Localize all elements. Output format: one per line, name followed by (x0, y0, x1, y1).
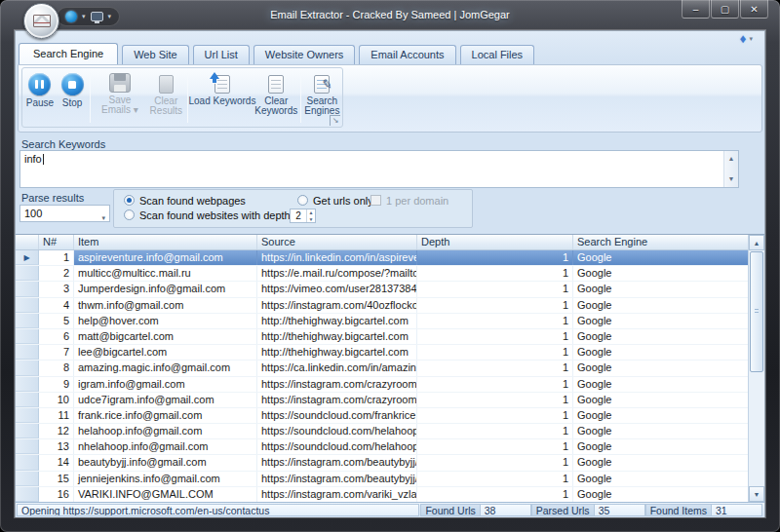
table-row[interactable]: 11 frank.rice.info@gmail.com https://sou… (16, 408, 748, 424)
save-emails-button[interactable]: Save Emails ▾ (93, 70, 146, 126)
close-button[interactable]: ✕ (740, 0, 768, 19)
table-row[interactable]: 14 beautybyjj.info@gmail.com https://ins… (16, 455, 748, 471)
titlebar[interactable]: ▾ ▾ Email Extractor - Cracked By Sameed … (0, 0, 780, 30)
row-indicator (16, 329, 39, 344)
parse-results-select[interactable]: 100 ▾ (20, 205, 110, 222)
keywords-value: info (24, 153, 42, 165)
row-indicator (16, 377, 39, 392)
cell-depth: 1 (417, 472, 573, 486)
scroll-down-icon[interactable]: ▼ (749, 486, 764, 502)
email-app-icon (33, 15, 51, 27)
table-row[interactable]: 13 nhelahoop.info@gmail.com https://soun… (16, 439, 748, 455)
scrollbar-thumb[interactable] (750, 251, 763, 372)
tab-web-site[interactable]: Web Site (122, 45, 188, 64)
cell-depth: 1 (417, 266, 573, 281)
cell-item: frank.rice.info@gmail.com (74, 408, 257, 423)
parsed-urls-label: Parsed Urls (531, 504, 595, 516)
table-row[interactable]: 15 jenniejenkins.info@gmail.com https://… (16, 472, 748, 487)
window-title: Email Extractor - Cracked By Sameed | Jo… (0, 9, 780, 20)
depth-stepper[interactable]: 2 ▲ ▼ (290, 209, 316, 223)
search-keywords-label: Search Keywords (21, 138, 105, 150)
cell-search-engine: Google (573, 314, 748, 328)
radio-scan-depth[interactable] (124, 209, 135, 220)
header-depth[interactable]: Depth (417, 235, 573, 249)
search-keywords-input[interactable]: info ▲ ▼ (20, 150, 739, 188)
stepper-arrows[interactable]: ▲ ▼ (306, 209, 315, 222)
tab-email-accounts[interactable]: Email Accounts (359, 45, 455, 64)
table-row[interactable]: 3 Jumperdesign.info@gmail.com https://vi… (16, 282, 748, 297)
spin-up-icon: ▲ (309, 209, 314, 215)
cell-depth: 1 (417, 345, 573, 360)
table-scrollbar[interactable]: ▲ ▼ (748, 235, 764, 502)
row-indicator (16, 487, 39, 502)
cell-item: help@hover.com (74, 314, 257, 328)
table-body: ▶ 1 aspireventure.info@gmail.com https:/… (16, 250, 748, 502)
header-item[interactable]: Item (74, 235, 257, 249)
row-indicator (16, 424, 39, 438)
table-row[interactable]: 6 matt@bigcartel.com http://thehighway.b… (16, 329, 748, 345)
cell-source: https://instagram.com/beautybyjj/ (257, 455, 417, 470)
cell-depth: 1 (417, 487, 573, 502)
maximize-button[interactable]: ▢ (711, 0, 739, 19)
window-controls: – ▢ ✕ (681, 0, 768, 19)
scroll-up-icon[interactable]: ▲ (749, 235, 764, 250)
app-menu-orb[interactable] (23, 3, 59, 39)
tab-website-owners[interactable]: Website Owners (254, 45, 356, 64)
search-engines-icon: ✎ (314, 75, 330, 94)
header-search-engine[interactable]: Search Engine (573, 235, 764, 249)
cell-source: http://thehighway.bigcartel.com (257, 345, 417, 360)
table-row[interactable]: 4 thwm.info@gmail.com https://instagram.… (16, 298, 748, 314)
tab-local-files[interactable]: Local Files (460, 45, 535, 64)
cell-search-engine: Google (573, 472, 748, 486)
cell-number: 12 (39, 424, 74, 438)
per-domain-checkbox[interactable] (370, 195, 381, 206)
cell-depth: 1 (417, 439, 573, 454)
table-row[interactable]: 5 help@hover.com http://thehighway.bigca… (16, 314, 748, 329)
row-indicator (16, 266, 39, 281)
cell-source: https://ca.linkedin.com/in/amazingmagic (257, 361, 417, 375)
found-items-value: 31 (712, 504, 762, 516)
table-row[interactable]: 12 helahoop.info@gmail.com https://sound… (16, 424, 748, 439)
scroll-up-icon[interactable]: ▲ (724, 153, 738, 165)
scroll-down-icon[interactable]: ▼ (724, 173, 738, 185)
radio-get-urls-only[interactable] (297, 195, 308, 206)
cell-search-engine: Google (573, 298, 748, 313)
row-indicator (16, 282, 39, 296)
table-row[interactable]: 9 igram.info@gmail.com https://instagram… (16, 377, 748, 393)
table-row[interactable]: 7 lee@bigcartel.com http://thehighway.bi… (16, 345, 748, 361)
tab-search-engine[interactable]: Search Engine (19, 43, 118, 64)
row-indicator (16, 314, 39, 328)
load-keywords-button[interactable]: Load Keywords (190, 70, 254, 126)
stop-button[interactable]: Stop (57, 70, 88, 126)
table-row[interactable]: ▶ 1 aspireventure.info@gmail.com https:/… (16, 250, 748, 266)
minimize-button[interactable]: – (682, 0, 710, 19)
cell-number: 7 (39, 345, 74, 360)
header-number[interactable]: N# (39, 235, 74, 249)
tab-url-list[interactable]: Url List (193, 45, 250, 64)
cell-depth: 1 (417, 455, 573, 470)
cell-source: https://e.mail.ru/compose/?mailto=mailt… (257, 266, 417, 281)
app-window: ▾ ▾ Email Extractor - Cracked By Sameed … (0, 0, 780, 532)
cell-number: 10 (39, 393, 74, 407)
divider (90, 73, 91, 123)
cell-source: https://vimeo.com/user28137384 (257, 282, 417, 296)
per-domain-label: 1 per domain (386, 195, 448, 207)
keywords-scrollbar[interactable]: ▲ ▼ (723, 151, 738, 187)
cell-depth: 1 (417, 250, 573, 265)
pause-button[interactable]: Pause (23, 70, 57, 126)
table-row[interactable]: 8 amazing.magic.info@gmail.com https://c… (16, 361, 748, 376)
row-indicator: ▶ (16, 250, 39, 265)
cell-number: 11 (39, 408, 74, 423)
clear-results-button[interactable]: Clear Results (147, 70, 185, 126)
clear-keywords-icon (268, 75, 284, 94)
header-source[interactable]: Source (257, 235, 417, 249)
clear-keywords-button[interactable]: Clear Keywords (254, 70, 298, 126)
dialog-launcher-icon[interactable]: ↘ (330, 115, 340, 126)
cell-item: helahoop.info@gmail.com (74, 424, 257, 438)
table-row[interactable]: 10 udce7igram.info@gmail.com https://ins… (16, 393, 748, 408)
style-selector[interactable]: ♦ ▾ (740, 34, 753, 44)
table-row[interactable]: 16 VARIKI.INFO@GMAIL.COM https://instagr… (16, 487, 748, 502)
radio-scan-webpages[interactable] (124, 195, 135, 206)
table-row[interactable]: 2 multicc@multicc.mail.ru https://e.mail… (16, 266, 748, 282)
row-indicator (16, 393, 39, 407)
